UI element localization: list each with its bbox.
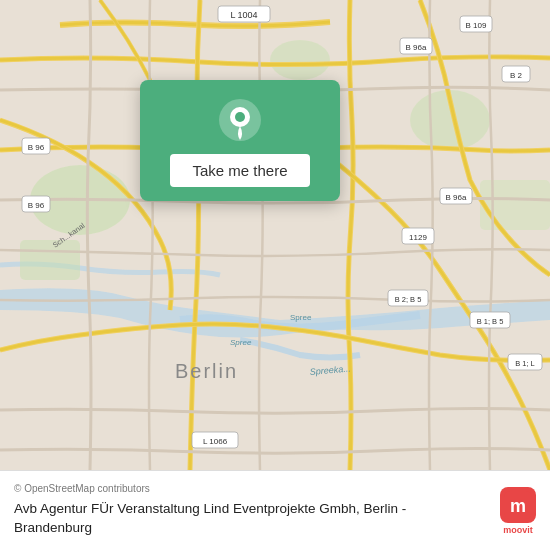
moovit-icon: m <box>500 487 536 523</box>
svg-text:B 96a: B 96a <box>446 193 467 202</box>
svg-text:B 1; B 5: B 1; B 5 <box>477 317 504 326</box>
svg-text:Berlin: Berlin <box>175 360 238 382</box>
svg-text:1129: 1129 <box>409 233 427 242</box>
svg-text:Spree: Spree <box>230 338 252 347</box>
svg-text:B 1; L: B 1; L <box>515 359 535 368</box>
map-container: L 1004 B 96 B 96 B 96a B 96a B 109 B 2 B… <box>0 0 550 470</box>
svg-text:B 96: B 96 <box>28 143 45 152</box>
svg-text:B 96a: B 96a <box>406 43 427 52</box>
take-me-there-button[interactable]: Take me there <box>170 154 309 187</box>
svg-point-37 <box>235 112 245 122</box>
svg-rect-2 <box>20 240 80 280</box>
svg-rect-4 <box>480 180 550 230</box>
location-title: Avb Agentur FÜr Veranstaltung Lind Event… <box>14 500 488 538</box>
svg-text:m: m <box>510 496 526 516</box>
moovit-logo: m moovit <box>500 487 536 535</box>
moovit-brand-text: moovit <box>503 525 533 535</box>
svg-point-5 <box>270 40 330 80</box>
svg-text:Spree: Spree <box>290 313 312 322</box>
location-card: Take me there <box>140 80 340 201</box>
footer: © OpenStreetMap contributors Avb Agentur… <box>0 470 550 550</box>
svg-text:B 2; B 5: B 2; B 5 <box>395 295 422 304</box>
svg-text:L 1004: L 1004 <box>230 10 257 20</box>
svg-text:B 96: B 96 <box>28 201 45 210</box>
map-pin-icon <box>218 98 262 142</box>
svg-text:L 1066: L 1066 <box>203 437 228 446</box>
svg-text:B 109: B 109 <box>466 21 487 30</box>
svg-text:B 2: B 2 <box>510 71 523 80</box>
footer-info: © OpenStreetMap contributors Avb Agentur… <box>14 483 488 538</box>
copyright-text: © OpenStreetMap contributors <box>14 483 488 494</box>
